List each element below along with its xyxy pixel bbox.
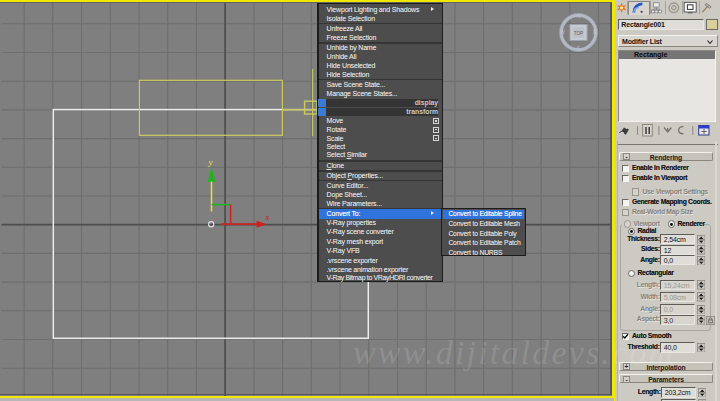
svg-text:www.dijitaldevs.com: www.dijitaldevs.com (353, 334, 673, 371)
